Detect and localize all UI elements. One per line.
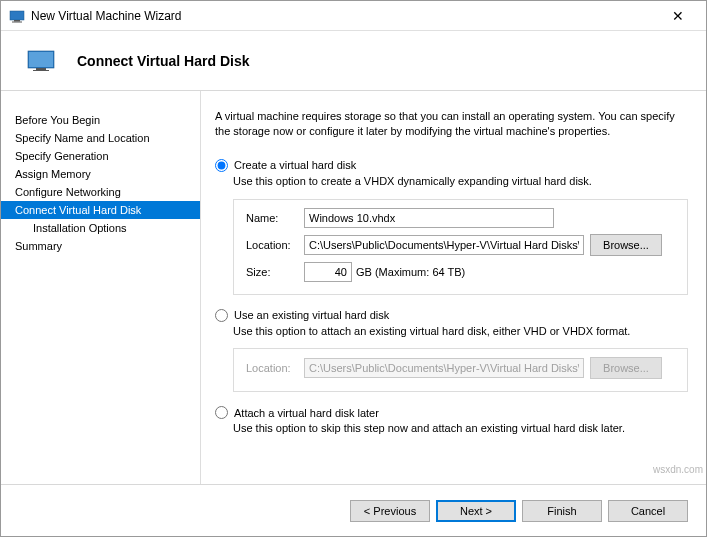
- size-label: Size:: [246, 266, 304, 278]
- app-icon: [9, 8, 25, 24]
- previous-button[interactable]: < Previous: [350, 500, 430, 522]
- wizard-nav: Before You Begin Specify Name and Locati…: [1, 91, 201, 484]
- svg-rect-2: [12, 21, 22, 22]
- svg-rect-4: [29, 52, 53, 67]
- radio-later[interactable]: Attach a virtual hard disk later: [215, 406, 688, 419]
- radio-later-input[interactable]: [215, 406, 228, 419]
- existing-browse-button: Browse...: [590, 357, 662, 379]
- header: Connect Virtual Hard Disk: [1, 31, 706, 91]
- location-label: Location:: [246, 239, 304, 251]
- body: Before You Begin Specify Name and Locati…: [1, 91, 706, 484]
- radio-existing-label: Use an existing virtual hard disk: [234, 309, 389, 321]
- intro-text: A virtual machine requires storage so th…: [215, 109, 688, 139]
- nav-assign-memory[interactable]: Assign Memory: [1, 165, 200, 183]
- wizard-dialog: New Virtual Machine Wizard ✕ Connect Vir…: [0, 0, 707, 537]
- option-create: Create a virtual hard disk Use this opti…: [215, 159, 688, 295]
- finish-button[interactable]: Finish: [522, 500, 602, 522]
- footer: < Previous Next > Finish Cancel: [1, 484, 706, 536]
- page-title: Connect Virtual Hard Disk: [77, 53, 249, 69]
- cancel-button[interactable]: Cancel: [608, 500, 688, 522]
- next-button[interactable]: Next >: [436, 500, 516, 522]
- later-description: Use this option to skip this step now an…: [233, 421, 688, 436]
- titlebar: New Virtual Machine Wizard ✕: [1, 1, 706, 31]
- radio-existing[interactable]: Use an existing virtual hard disk: [215, 309, 688, 322]
- option-later: Attach a virtual hard disk later Use thi…: [215, 406, 688, 436]
- nav-specify-name-location[interactable]: Specify Name and Location: [1, 129, 200, 147]
- content: A virtual machine requires storage so th…: [201, 91, 706, 484]
- window-title: New Virtual Machine Wizard: [31, 9, 658, 23]
- radio-create[interactable]: Create a virtual hard disk: [215, 159, 688, 172]
- close-icon[interactable]: ✕: [658, 8, 698, 24]
- location-input[interactable]: [304, 235, 584, 255]
- radio-later-label: Attach a virtual hard disk later: [234, 407, 379, 419]
- nav-before-you-begin[interactable]: Before You Begin: [1, 111, 200, 129]
- size-input[interactable]: [304, 262, 352, 282]
- existing-description: Use this option to attach an existing vi…: [233, 324, 688, 339]
- size-suffix: GB (Maximum: 64 TB): [356, 266, 465, 278]
- name-label: Name:: [246, 212, 304, 224]
- nav-summary[interactable]: Summary: [1, 237, 200, 255]
- existing-location-label: Location:: [246, 362, 304, 374]
- svg-rect-6: [33, 70, 49, 71]
- nav-installation-options[interactable]: Installation Options: [1, 219, 200, 237]
- create-description: Use this option to create a VHDX dynamic…: [233, 174, 688, 189]
- name-input[interactable]: [304, 208, 554, 228]
- nav-connect-virtual-hard-disk[interactable]: Connect Virtual Hard Disk: [1, 201, 200, 219]
- radio-create-input[interactable]: [215, 159, 228, 172]
- nav-configure-networking[interactable]: Configure Networking: [1, 183, 200, 201]
- svg-rect-0: [10, 11, 24, 20]
- radio-create-label: Create a virtual hard disk: [234, 159, 356, 171]
- option-existing: Use an existing virtual hard disk Use th…: [215, 309, 688, 393]
- nav-specify-generation[interactable]: Specify Generation: [1, 147, 200, 165]
- create-fieldset: Name: Location: Browse... Size: GB (Maxi…: [233, 199, 688, 295]
- radio-existing-input[interactable]: [215, 309, 228, 322]
- existing-location-input: [304, 358, 584, 378]
- existing-fieldset: Location: Browse...: [233, 348, 688, 392]
- browse-button[interactable]: Browse...: [590, 234, 662, 256]
- svg-rect-1: [14, 20, 20, 22]
- svg-rect-5: [36, 68, 46, 70]
- wizard-icon: [27, 50, 55, 72]
